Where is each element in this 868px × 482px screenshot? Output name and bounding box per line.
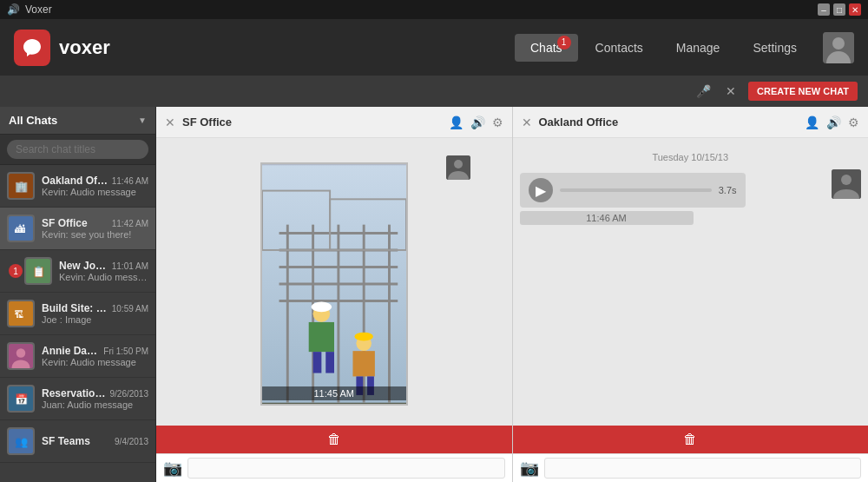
toolbar-close-icon[interactable]: ✕: [720, 81, 741, 102]
nav-manage-label: Manage: [676, 41, 720, 55]
titlebar-icon: 🔊: [7, 3, 20, 16]
svg-point-11: [16, 348, 26, 358]
logo-area: voxer: [14, 30, 515, 66]
titlebar: 🔊 Voxer – □ ✕: [0, 0, 868, 19]
svg-point-1: [832, 37, 845, 50]
sf-office-image-msg: 11:45 AM: [163, 162, 505, 406]
chat-info-oakland: Oakland Office 11:46 AM Kevin: Audio mes…: [42, 175, 148, 197]
chat-name-build-site: Build Site: 4th ...: [42, 302, 108, 314]
chat-avatar-annie: [7, 342, 35, 370]
sf-office-settings-icon[interactable]: ⚙: [492, 116, 503, 129]
svg-text:🏢: 🏢: [15, 180, 29, 194]
oakland-office-close-icon[interactable]: ✕: [522, 116, 532, 129]
create-new-chat-button[interactable]: CREATE NEW CHAT: [748, 82, 858, 101]
logo-icon: [14, 30, 50, 66]
chat-avatar-new-job: 📋: [24, 257, 52, 285]
chat-preview-new-job: Kevin: Audio message: [59, 272, 148, 282]
nav-settings-label: Settings: [753, 41, 797, 55]
sf-office-img-timestamp: 11:45 AM: [262, 386, 406, 400]
chat-preview-oakland: Kevin: Audio message: [42, 187, 148, 197]
sidebar-header: All Chats ▼: [0, 107, 155, 135]
svg-text:📅: 📅: [15, 393, 29, 406]
minimize-button[interactable]: –: [818, 3, 830, 16]
svg-point-42: [841, 175, 852, 185]
svg-text:📋: 📋: [32, 265, 46, 279]
sf-office-input-row: 📷: [156, 453, 512, 482]
oakland-camera-icon[interactable]: 📷: [520, 459, 539, 478]
sf-office-footer-bar[interactable]: 🗑: [156, 426, 512, 453]
user-avatar[interactable]: [823, 32, 854, 63]
oakland-audio-msg-container: ▶ 3.7s 11:46 AM: [520, 169, 825, 225]
chat-preview-annie: Kevin: Audio message: [42, 357, 148, 367]
close-button[interactable]: ✕: [849, 3, 861, 16]
chat-time-oakland: 11:46 AM: [112, 176, 148, 186]
oakland-office-settings-icon[interactable]: ⚙: [848, 116, 859, 129]
svg-rect-34: [352, 351, 374, 376]
oakland-office-sound-icon[interactable]: 🔊: [826, 116, 841, 129]
svg-rect-30: [308, 322, 333, 352]
sf-office-close-icon[interactable]: ✕: [165, 116, 175, 129]
titlebar-controls: – □ ✕: [818, 3, 861, 16]
voxer-logo-svg: [22, 37, 43, 58]
oakland-message-input[interactable]: [544, 458, 862, 479]
chat-item-sf-office[interactable]: 🏙 SF Office 11:42 AM Kevin: see you ther…: [0, 208, 155, 250]
nav-contacts[interactable]: Contacts: [580, 34, 659, 62]
chat-time-new-job: 11:01 AM: [112, 261, 148, 271]
oakland-delete-icon: 🗑: [683, 432, 697, 447]
sidebar: All Chats ▼ 🏢 Oakland Office 11:46 AM Ke…: [0, 107, 156, 482]
svg-text:👥: 👥: [15, 435, 29, 449]
chat-avatar-reservations: 📅: [7, 385, 35, 413]
chat-time-sf: 11:42 AM: [112, 219, 148, 228]
chat-preview-reservations: Juan: Audio message: [42, 399, 148, 410]
svg-rect-31: [312, 352, 321, 373]
sf-office-message-input[interactable]: [187, 458, 505, 479]
nav-chats[interactable]: Chats 1: [515, 34, 578, 62]
toolbar-mic-icon[interactable]: 🎤: [693, 81, 713, 102]
svg-point-17: [454, 160, 463, 168]
chat-name-reservations: Reservations: [42, 387, 107, 399]
chat-avatar-sf-teams: 👥: [7, 427, 35, 455]
app-name: voxer: [59, 36, 110, 59]
chat-name-oakland: Oakland Office: [42, 175, 108, 187]
oakland-office-panel-title: Oakland Office: [539, 116, 806, 129]
nav-settings[interactable]: Settings: [737, 34, 812, 62]
oakland-audio-time: 11:46 AM: [520, 211, 694, 225]
chat-list: 🏢 Oakland Office 11:46 AM Kevin: Audio m…: [0, 165, 155, 482]
sf-office-sound-icon[interactable]: 🔊: [470, 116, 485, 129]
chat-panels: ✕ SF Office 👤 🔊 ⚙: [156, 107, 868, 482]
chat-avatar-build-site: 🏗: [7, 300, 35, 327]
svg-point-37: [311, 302, 331, 313]
sf-office-panel: ✕ SF Office 👤 🔊 ⚙: [156, 107, 513, 482]
maximize-button[interactable]: □: [833, 3, 845, 16]
sf-office-person-icon[interactable]: 👤: [449, 116, 464, 129]
chat-item-oakland-office[interactable]: 🏢 Oakland Office 11:46 AM Kevin: Audio m…: [0, 165, 155, 208]
chat-item-reservations[interactable]: 📅 Reservations 9/26/2013 Juan: Audio mes…: [0, 378, 155, 420]
svg-rect-32: [326, 352, 334, 373]
oakland-play-button[interactable]: ▶: [529, 178, 553, 202]
chat-item-sf-teams[interactable]: 👥 SF Teams 9/4/2013: [0, 420, 155, 463]
nav-contacts-label: Contacts: [595, 41, 643, 55]
oakland-footer-bar[interactable]: 🗑: [513, 426, 869, 453]
sidebar-title: All Chats: [9, 114, 57, 127]
main-area: All Chats ▼ 🏢 Oakland Office 11:46 AM Ke…: [0, 107, 868, 482]
oakland-office-messages: Tuesday 10/15/13 ▶ 3.7s 11:46 AM: [513, 138, 869, 426]
chat-item-build-site[interactable]: 🏗 Build Site: 4th ... 10:59 AM Joe : Ima…: [0, 293, 155, 335]
chat-name-sf: SF Office: [42, 217, 88, 229]
sf-office-camera-icon[interactable]: 📷: [163, 459, 182, 478]
oakland-office-panel-icons: 👤 🔊 ⚙: [805, 116, 859, 129]
chat-item-annie[interactable]: Annie Dayton Fri 1:50 PM Kevin: Audio me…: [0, 335, 155, 378]
sf-office-construction-image[interactable]: 11:45 AM: [260, 162, 408, 406]
sf-office-messages: 11:45 AM: [156, 138, 512, 426]
search-input[interactable]: [7, 140, 148, 159]
oakland-office-person-icon[interactable]: 👤: [805, 116, 819, 129]
header: voxer Chats 1 Contacts Manage Settings: [0, 19, 868, 76]
chat-name-annie: Annie Dayton: [42, 345, 100, 357]
nav-manage[interactable]: Manage: [661, 34, 736, 62]
chat-info-new-job: New Job Prop... 11:01 AM Kevin: Audio me…: [59, 260, 148, 282]
chat-avatar-sf: 🏙: [7, 215, 35, 242]
search-box: [0, 135, 155, 165]
chat-item-new-job[interactable]: 1 📋 New Job Prop... 11:01 AM Kevin: Audi…: [0, 250, 155, 293]
chat-info-sf: SF Office 11:42 AM Kevin: see you there!: [42, 217, 148, 240]
chat-info-annie: Annie Dayton Fri 1:50 PM Kevin: Audio me…: [42, 345, 148, 367]
sidebar-dropdown-icon[interactable]: ▼: [138, 116, 147, 125]
